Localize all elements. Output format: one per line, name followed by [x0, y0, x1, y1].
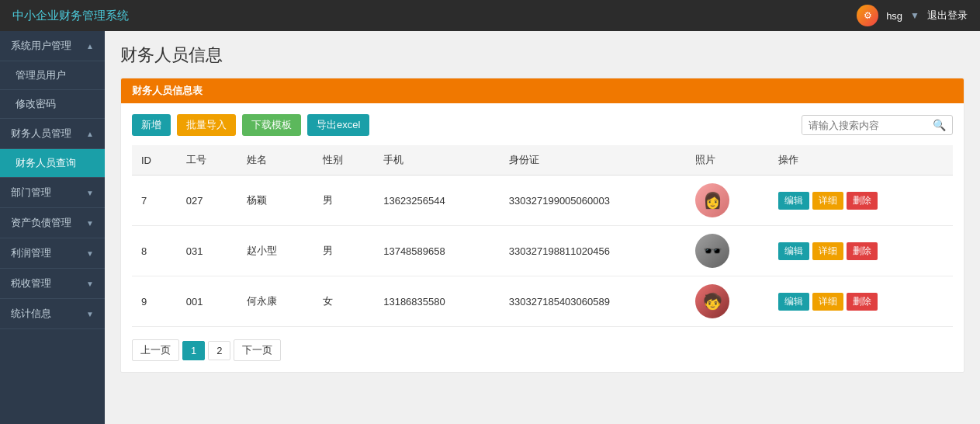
cell-photo: 🧒 [686, 276, 768, 327]
col-name: 姓名 [237, 145, 313, 176]
next-page-button[interactable]: 下一页 [234, 339, 281, 361]
sidebar-section-label: 部门管理 [11, 186, 51, 200]
edit-button[interactable]: 编辑 [778, 293, 809, 311]
delete-button[interactable]: 删除 [847, 293, 878, 311]
sidebar-section-department[interactable]: 部门管理 ▼ [0, 178, 105, 208]
detail-button[interactable]: 详细 [812, 293, 843, 311]
avatar: 🕶️ [695, 234, 729, 268]
sidebar-section-label: 财务人员管理 [11, 127, 71, 141]
cell-employee-id: 031 [177, 226, 237, 276]
finance-staff-table: ID 工号 姓名 性别 手机 身份证 照片 操作 7 027 [132, 145, 953, 327]
batch-import-button[interactable]: 批量导入 [177, 114, 236, 136]
finance-staff-card: 财务人员信息表 新增 批量导入 下载模板 导出excel 🔍 [120, 78, 964, 373]
col-employee-id: 工号 [177, 145, 237, 176]
search-button[interactable]: 🔍 [926, 116, 952, 134]
cell-id-card: 330327199005060003 [500, 176, 687, 226]
cell-phone: 13748589658 [374, 226, 500, 276]
cell-gender: 男 [313, 176, 374, 226]
avatar: 👩 [695, 183, 729, 217]
page-2-button[interactable]: 2 [208, 341, 230, 360]
action-buttons: 编辑 详细 删除 [778, 242, 944, 260]
layout: 系统用户管理 ▲ 管理员用户 修改密码 财务人员管理 ▲ 财务人员查询 部门管理… [0, 31, 980, 424]
table-header-row: ID 工号 姓名 性别 手机 身份证 照片 操作 [132, 145, 953, 176]
toolbar: 新增 批量导入 下载模板 导出excel 🔍 [132, 114, 953, 136]
table-row: 7 027 杨颖 男 13623256544 33032719900506000… [132, 176, 953, 226]
cell-action: 编辑 详细 删除 [769, 276, 953, 327]
col-photo: 照片 [686, 145, 768, 176]
cell-action: 编辑 详细 删除 [769, 226, 953, 276]
sidebar-section-assets[interactable]: 资产负债管理 ▼ [0, 208, 105, 238]
chevron-up-icon: ▲ [86, 42, 94, 50]
sidebar-section-profit[interactable]: 利润管理 ▼ [0, 238, 105, 269]
download-template-button[interactable]: 下载模板 [242, 114, 301, 136]
cell-action: 编辑 详细 删除 [769, 176, 953, 226]
sidebar-section-label: 税收管理 [11, 276, 51, 290]
cell-gender: 男 [313, 226, 374, 276]
detail-button[interactable]: 详细 [812, 192, 843, 210]
main-content: 财务人员信息 财务人员信息表 新增 批量导入 下载模板 导出excel 🔍 [105, 31, 980, 424]
cell-employee-id: 027 [177, 176, 237, 226]
delete-button[interactable]: 删除 [847, 192, 878, 210]
cell-id: 7 [132, 176, 177, 226]
col-action: 操作 [769, 145, 953, 176]
col-gender: 性别 [313, 145, 374, 176]
search-input[interactable] [802, 116, 926, 134]
app-title: 中小企业财务管理系统 [12, 9, 129, 23]
chevron-down-icon: ▼ [86, 280, 94, 288]
new-button[interactable]: 新增 [132, 114, 171, 136]
chevron-down-icon: ▼ [86, 310, 94, 318]
avatar: ⚙ [857, 5, 878, 26]
pagination: 上一页 1 2 下一页 [132, 339, 953, 361]
cell-id: 8 [132, 226, 177, 276]
cell-id-card: 330327198811020456 [500, 226, 687, 276]
search-box: 🔍 [802, 115, 953, 135]
sidebar-section-label: 利润管理 [11, 246, 51, 260]
action-buttons: 编辑 详细 删除 [778, 192, 944, 210]
topbar: 中小企业财务管理系统 ⚙ hsg ▼ 退出登录 [0, 0, 980, 31]
page-title: 财务人员信息 [120, 43, 964, 67]
card-header: 财务人员信息表 [121, 78, 964, 103]
cell-phone: 13186835580 [374, 276, 500, 327]
col-id: ID [132, 145, 177, 176]
col-id-card: 身份证 [500, 145, 687, 176]
sidebar-item-admin-user[interactable]: 管理员用户 [0, 61, 105, 90]
chevron-up-icon: ▲ [86, 130, 94, 138]
detail-button[interactable]: 详细 [812, 242, 843, 260]
page-1-button[interactable]: 1 [182, 341, 205, 360]
sidebar-section-label: 系统用户管理 [11, 39, 71, 53]
cell-phone: 13623256544 [374, 176, 500, 226]
action-buttons: 编辑 详细 删除 [778, 293, 944, 311]
edit-button[interactable]: 编辑 [778, 242, 809, 260]
username: hsg [886, 10, 902, 22]
sidebar-item-change-password[interactable]: 修改密码 [0, 90, 105, 119]
chevron-down-icon: ▼ [910, 10, 919, 21]
prev-page-button[interactable]: 上一页 [132, 339, 179, 361]
chevron-down-icon: ▼ [86, 189, 94, 197]
sidebar-section-label: 统计信息 [11, 307, 51, 321]
avatar: 🧒 [695, 284, 729, 318]
sidebar-item-finance-query[interactable]: 财务人员查询 [0, 149, 105, 178]
sidebar: 系统用户管理 ▲ 管理员用户 修改密码 财务人员管理 ▲ 财务人员查询 部门管理… [0, 31, 105, 424]
sidebar-section-label: 资产负债管理 [11, 216, 71, 230]
sidebar-section-system-user[interactable]: 系统用户管理 ▲ [0, 31, 105, 61]
delete-button[interactable]: 删除 [847, 242, 878, 260]
table-row: 9 001 何永康 女 13186835580 3303271854030605… [132, 276, 953, 327]
cell-employee-id: 001 [177, 276, 237, 327]
card-body: 新增 批量导入 下载模板 导出excel 🔍 ID 工号 [121, 103, 964, 372]
col-phone: 手机 [374, 145, 500, 176]
edit-button[interactable]: 编辑 [778, 192, 809, 210]
cell-photo: 👩 [686, 176, 768, 226]
chevron-down-icon: ▼ [86, 249, 94, 258]
cell-name: 杨颖 [237, 176, 313, 226]
cell-name: 赵小型 [237, 226, 313, 276]
table-row: 8 031 赵小型 男 13748589658 3303271988110204… [132, 226, 953, 276]
cell-photo: 🕶️ [686, 226, 768, 276]
sidebar-section-finance-staff[interactable]: 财务人员管理 ▲ [0, 119, 105, 149]
cell-gender: 女 [313, 276, 374, 327]
cell-id-card: 330327185403060589 [500, 276, 687, 327]
logout-button[interactable]: 退出登录 [927, 9, 968, 23]
export-excel-button[interactable]: 导出excel [307, 114, 369, 136]
sidebar-section-tax[interactable]: 税收管理 ▼ [0, 269, 105, 299]
chevron-down-icon: ▼ [86, 219, 94, 228]
sidebar-section-stats[interactable]: 统计信息 ▼ [0, 299, 105, 329]
